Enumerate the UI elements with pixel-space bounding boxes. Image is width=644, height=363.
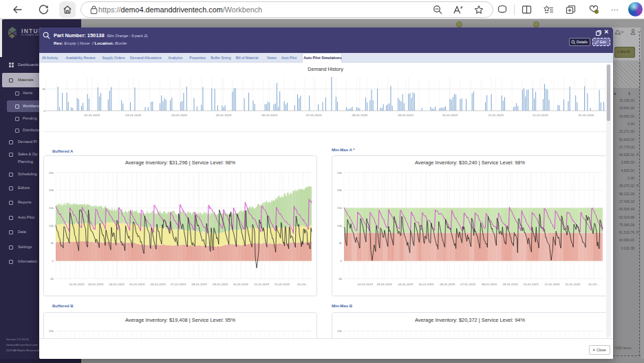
svg-text:10-01-2023: 10-01-2023	[233, 283, 249, 286]
svg-text:05-01-2023: 05-01-2023	[216, 113, 232, 117]
svg-text:02-01-2023: 02-01-2023	[358, 283, 374, 286]
svg-text:09-01-2023: 09-01-2023	[213, 283, 228, 286]
svg-text:02-01-2023: 02-01-2023	[84, 113, 100, 117]
svg-text:04-01-2023: 04-01-2023	[109, 283, 125, 286]
svg-text:04-01-2023: 04-01-2023	[171, 113, 187, 117]
svg-text:08-01-2023: 08-01-2023	[352, 113, 368, 117]
svg-text:03-01-2023: 03-01-2023	[377, 283, 393, 286]
svg-text:10k: 10k	[337, 224, 343, 228]
svg-text:09-01-2023: 09-01-2023	[503, 283, 519, 286]
svg-text:06-01-2023: 06-01-2023	[151, 283, 167, 286]
svg-text:0: 0	[44, 109, 46, 113]
svg-text:02-01-2023: 02-01-2023	[69, 283, 85, 286]
svg-text:10-01-2023: 10-01-2023	[524, 283, 539, 286]
svg-text:25k: 25k	[337, 329, 343, 333]
svg-text:01-01/...: 01-01/...	[588, 283, 599, 286]
svg-text:07-01-2023: 07-01-2023	[171, 283, 186, 286]
svg-text:08-01-2023: 08-01-2023	[482, 283, 497, 286]
svg-text:20k: 20k	[337, 188, 343, 192]
svg-text:07-01-2023: 07-01-2023	[306, 113, 322, 117]
svg-text:05-01-2023: 05-01-2023	[418, 283, 434, 286]
svg-text:03-01-2023: 03-01-2023	[88, 283, 104, 286]
svg-text:25k: 25k	[49, 329, 54, 333]
svg-text:10k: 10k	[49, 224, 54, 228]
svg-text:Average Inventory: $30,240 | S: Average Inventory: $30,240 | Service Lev…	[415, 160, 525, 166]
svg-text:25k: 25k	[49, 171, 54, 175]
svg-text:Average Inventory: $31,296 | S: Average Inventory: $31,296 | Service Lev…	[125, 160, 235, 166]
svg-text:Average Inventory: $20,372 | S: Average Inventory: $20,372 | Service Lev…	[415, 317, 525, 323]
svg-text:15k: 15k	[337, 206, 343, 210]
svg-text:01-01/...: 01-01/...	[297, 283, 308, 286]
svg-text:20k: 20k	[49, 188, 54, 192]
svg-text:06-01-2023: 06-01-2023	[440, 283, 455, 286]
svg-text:12-01-2023: 12-01-2023	[533, 113, 548, 117]
svg-text:09-01-2023: 09-01-2023	[398, 113, 414, 117]
svg-text:15k: 15k	[49, 206, 54, 210]
svg-text:04-01-2023: 04-01-2023	[398, 283, 414, 286]
svg-text:01-01-2024: 01-01-2024	[579, 113, 594, 117]
svg-text:2k: 2k	[42, 87, 45, 91]
svg-text:-5k: -5k	[50, 277, 54, 280]
svg-text:11-01-2023: 11-01-2023	[254, 283, 269, 286]
svg-text:12-01-2023: 12-01-2023	[565, 283, 581, 286]
svg-text:25k: 25k	[337, 171, 343, 175]
svg-text:10-01-2023: 10-01-2023	[442, 113, 458, 117]
svg-text:06-01-2023: 06-01-2023	[261, 113, 277, 117]
svg-text:-5k: -5k	[338, 277, 343, 280]
svg-text:08-01-2023: 08-01-2023	[192, 283, 208, 286]
svg-text:11-01-2023: 11-01-2023	[489, 113, 504, 117]
svg-text:07-01-2023: 07-01-2023	[460, 283, 476, 286]
svg-text:12-01-2023: 12-01-2023	[275, 283, 290, 286]
svg-text:03-01-2023: 03-01-2023	[126, 113, 142, 117]
svg-text:11-01-2023: 11-01-2023	[545, 283, 560, 286]
svg-text:Average Inventory: $19,408 | S: Average Inventory: $19,408 | Service Lev…	[125, 317, 235, 323]
svg-text:05-01-2023: 05-01-2023	[129, 283, 145, 286]
